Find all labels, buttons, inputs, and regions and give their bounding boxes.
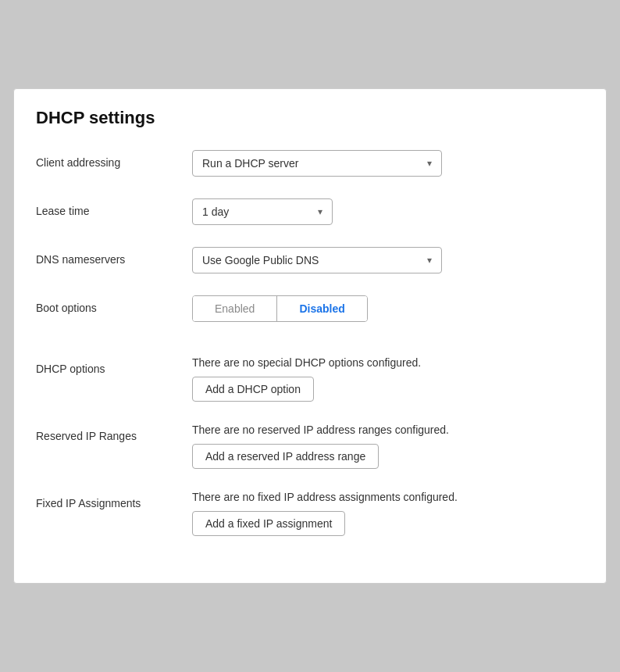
- client-addressing-label: Client addressing: [36, 150, 192, 198]
- reserved-ip-ranges-row: Reserved IP Ranges There are no reserved…: [36, 424, 584, 491]
- dhcp-options-control: There are no special DHCP options config…: [192, 356, 584, 424]
- lease-time-dropdown[interactable]: 1 day ▾: [192, 198, 333, 225]
- add-dhcp-option-button[interactable]: Add a DHCP option: [192, 377, 314, 402]
- client-addressing-arrow: ▾: [427, 158, 432, 169]
- boot-options-enabled-button[interactable]: Enabled: [193, 296, 276, 321]
- add-fixed-ip-assignment-button[interactable]: Add a fixed IP assignment: [192, 511, 345, 536]
- dns-nameservers-label: DNS nameservers: [36, 247, 192, 295]
- spacer-row: [36, 344, 584, 356]
- reserved-ip-ranges-label: Reserved IP Ranges: [36, 424, 192, 491]
- dns-nameservers-arrow: ▾: [427, 255, 432, 266]
- dhcp-options-info: There are no special DHCP options config…: [192, 356, 584, 369]
- fixed-ip-assignments-info: There are no fixed IP address assignment…: [192, 491, 584, 503]
- boot-options-label: Boot options: [36, 295, 192, 344]
- add-reserved-ip-range-button[interactable]: Add a reserved IP address range: [192, 444, 379, 469]
- page-title: DHCP settings: [36, 108, 584, 128]
- client-addressing-row: Client addressing Run a DHCP server ▾: [36, 150, 584, 198]
- boot-options-row: Boot options Enabled Disabled: [36, 295, 584, 344]
- dns-nameservers-value: Use Google Public DNS: [202, 254, 319, 266]
- lease-time-value: 1 day: [202, 206, 229, 218]
- reserved-ip-ranges-info: There are no reserved IP address ranges …: [192, 424, 584, 436]
- dns-nameservers-control: Use Google Public DNS ▾: [192, 247, 584, 295]
- dhcp-options-label: DHCP options: [36, 356, 192, 424]
- boot-options-disabled-button[interactable]: Disabled: [276, 296, 366, 321]
- boot-options-toggle-group: Enabled Disabled: [192, 295, 368, 322]
- lease-time-row: Lease time 1 day ▾: [36, 198, 584, 247]
- dhcp-options-row: DHCP options There are no special DHCP o…: [36, 356, 584, 424]
- lease-time-label: Lease time: [36, 198, 192, 247]
- client-addressing-control: Run a DHCP server ▾: [192, 150, 584, 198]
- client-addressing-value: Run a DHCP server: [202, 157, 298, 170]
- fixed-ip-assignments-row: Fixed IP Assignments There are no fixed …: [36, 491, 584, 558]
- lease-time-arrow: ▾: [318, 206, 322, 217]
- fixed-ip-assignments-control: There are no fixed IP address assignment…: [192, 491, 584, 558]
- boot-options-control: Enabled Disabled: [192, 295, 584, 344]
- lease-time-control: 1 day ▾: [192, 198, 584, 247]
- dns-nameservers-dropdown[interactable]: Use Google Public DNS ▾: [192, 247, 442, 273]
- dhcp-settings-panel: DHCP settings Client addressing Run a DH…: [13, 88, 607, 584]
- dns-nameservers-row: DNS nameservers Use Google Public DNS ▾: [36, 247, 584, 295]
- reserved-ip-ranges-control: There are no reserved IP address ranges …: [192, 424, 584, 491]
- client-addressing-dropdown[interactable]: Run a DHCP server ▾: [192, 150, 442, 177]
- settings-table: Client addressing Run a DHCP server ▾ Le…: [36, 150, 584, 558]
- fixed-ip-assignments-label: Fixed IP Assignments: [36, 491, 192, 558]
